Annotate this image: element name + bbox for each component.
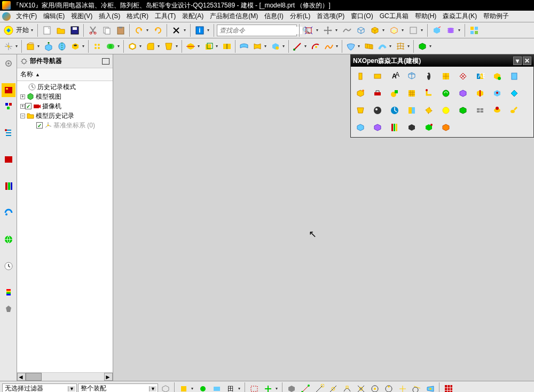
menu-item[interactable]: GC工具箱 bbox=[376, 11, 412, 22]
toolbox-button-34[interactable] bbox=[421, 120, 436, 135]
dropdown-icon[interactable]: ▾ bbox=[184, 28, 188, 33]
dropdown-icon[interactable]: ▾ bbox=[335, 28, 340, 33]
sel-btn-1[interactable] bbox=[159, 382, 172, 393]
menu-item[interactable]: 帮助(H) bbox=[412, 11, 440, 22]
dropdown-icon[interactable]: ▾ bbox=[358, 44, 362, 49]
sel-plus-button[interactable] bbox=[262, 382, 274, 393]
surface-button[interactable] bbox=[344, 40, 357, 53]
toolbox-button-6[interactable] bbox=[456, 69, 470, 84]
graphics-view[interactable]: NXOpen森焱工具(建模) ▾ ✕ AAABC ↖ bbox=[113, 54, 534, 381]
info-button[interactable]: i bbox=[193, 24, 206, 37]
snap-center-button[interactable] bbox=[368, 382, 381, 393]
spline-button[interactable] bbox=[323, 40, 335, 53]
start-button[interactable] bbox=[2, 24, 15, 37]
toolbox-button-21[interactable] bbox=[370, 103, 385, 118]
dropdown-icon[interactable]: ▾ bbox=[15, 44, 20, 49]
cut-button[interactable] bbox=[87, 24, 99, 37]
dropdown-icon[interactable]: ▾ bbox=[316, 28, 320, 33]
dropdown-icon[interactable]: ▾ bbox=[198, 44, 202, 49]
dropdown-icon[interactable]: ▾ bbox=[336, 44, 340, 49]
dropdown-icon[interactable]: ▾ bbox=[207, 28, 211, 33]
layer-button[interactable] bbox=[444, 24, 457, 37]
dropdown-icon[interactable]: ▾ bbox=[117, 44, 122, 49]
menu-item[interactable]: 信息(I) bbox=[261, 11, 286, 22]
menu-item[interactable]: 工具(T) bbox=[152, 11, 179, 22]
dropdown-icon[interactable]: ▾ bbox=[146, 28, 151, 33]
divide-button[interactable] bbox=[221, 40, 233, 53]
sel-rect-button[interactable] bbox=[248, 382, 261, 393]
menu-item[interactable]: 帮助例子 bbox=[480, 11, 512, 22]
menu-item[interactable]: 视图(V) bbox=[68, 11, 96, 22]
toolbox-button-26[interactable] bbox=[456, 103, 470, 118]
toolbox-button-28[interactable] bbox=[490, 103, 505, 118]
toolbox-button-29[interactable] bbox=[507, 103, 522, 118]
dropdown-icon[interactable]: ▾ bbox=[407, 44, 412, 49]
menu-item[interactable]: 首选项(P) bbox=[313, 11, 348, 22]
dropdown-icon[interactable]: ▾ bbox=[421, 28, 425, 33]
dropdown-icon[interactable]: ▾ bbox=[264, 44, 269, 49]
toolbox-button-4[interactable] bbox=[421, 69, 436, 84]
pin-icon[interactable] bbox=[102, 58, 109, 65]
dropdown-icon[interactable]: ▾ bbox=[389, 44, 394, 49]
redo-button[interactable] bbox=[152, 24, 164, 37]
export-button[interactable] bbox=[430, 24, 443, 37]
toolbox-button-18[interactable] bbox=[490, 86, 505, 101]
grid-button[interactable] bbox=[442, 382, 455, 393]
roles-button[interactable] bbox=[2, 302, 15, 316]
surface-button[interactable] bbox=[341, 24, 354, 37]
menu-item[interactable]: 编辑(E) bbox=[40, 11, 68, 22]
dropdown-icon[interactable]: ▼ bbox=[149, 386, 156, 391]
snap-ctrl-button[interactable] bbox=[341, 382, 354, 393]
library-button[interactable] bbox=[2, 179, 15, 193]
toolbox-button-2[interactable]: AA bbox=[387, 69, 402, 84]
tree-row[interactable]: −模型历史记录 bbox=[18, 111, 112, 121]
dropdown-icon[interactable]: ▾ bbox=[429, 44, 434, 49]
snap-int-button[interactable] bbox=[355, 382, 367, 393]
toolbox-button-25[interactable] bbox=[438, 103, 453, 118]
dropdown-icon[interactable]: ▾ bbox=[304, 44, 309, 49]
menu-item[interactable]: 格式(R) bbox=[123, 11, 152, 22]
shaded-button[interactable] bbox=[368, 24, 381, 37]
move-face-button[interactable] bbox=[269, 40, 282, 53]
toolbox-button-7[interactable]: ABC bbox=[473, 69, 488, 84]
column-header[interactable]: 名称 ▲ bbox=[17, 68, 113, 81]
pan-button[interactable] bbox=[321, 24, 334, 37]
scope-combo[interactable]: 整个装配 ▼ bbox=[78, 383, 158, 393]
command-search[interactable]: 🔍 bbox=[217, 25, 297, 36]
new-file-button[interactable] bbox=[41, 24, 53, 37]
dropdown-icon[interactable]: ▾ bbox=[402, 28, 406, 33]
sel-btn-5[interactable]: 田 bbox=[224, 382, 237, 393]
sweep-button[interactable] bbox=[376, 40, 389, 53]
toolbox-button-12[interactable] bbox=[387, 86, 402, 101]
menu-item[interactable]: 文件(F) bbox=[13, 11, 40, 22]
trans-button[interactable] bbox=[388, 24, 400, 37]
dropdown-icon[interactable]: ▾ bbox=[176, 44, 180, 49]
reuse-button[interactable] bbox=[2, 153, 15, 166]
draft-button[interactable] bbox=[162, 40, 175, 53]
sel-btn-4[interactable] bbox=[210, 382, 223, 393]
toolbox-button-9[interactable] bbox=[507, 69, 522, 84]
gear-icon[interactable] bbox=[2, 57, 15, 70]
offset-button[interactable] bbox=[202, 40, 215, 53]
datum-button[interactable] bbox=[2, 40, 15, 53]
save-button[interactable] bbox=[68, 24, 81, 37]
assembly-nav-button[interactable] bbox=[2, 99, 15, 113]
undo-button[interactable] bbox=[132, 24, 145, 37]
arc-button[interactable] bbox=[309, 40, 322, 53]
tree-row[interactable]: 历史记录模式 bbox=[18, 82, 112, 92]
fit-button[interactable] bbox=[302, 24, 315, 37]
sel-cube-button[interactable] bbox=[285, 382, 298, 393]
sketch-button[interactable] bbox=[24, 40, 37, 53]
toolbox-button-35[interactable] bbox=[438, 120, 453, 135]
dropdown-icon[interactable]: ▼ bbox=[68, 386, 75, 391]
trim-button[interactable] bbox=[184, 40, 197, 53]
menu-item[interactable]: 森焱工具(K) bbox=[439, 11, 480, 22]
toolbox-button-1[interactable] bbox=[370, 69, 385, 84]
scroll-left-icon[interactable]: ◄ bbox=[17, 373, 26, 381]
menu-item[interactable]: 插入(S) bbox=[96, 11, 123, 22]
scrollbar[interactable]: ◄ ► bbox=[17, 372, 113, 381]
dropdown-icon[interactable]: ▾ bbox=[458, 28, 462, 33]
sel-btn-3[interactable] bbox=[197, 382, 209, 393]
snap-line-button[interactable] bbox=[299, 382, 312, 393]
hd3d-button[interactable] bbox=[2, 206, 15, 220]
